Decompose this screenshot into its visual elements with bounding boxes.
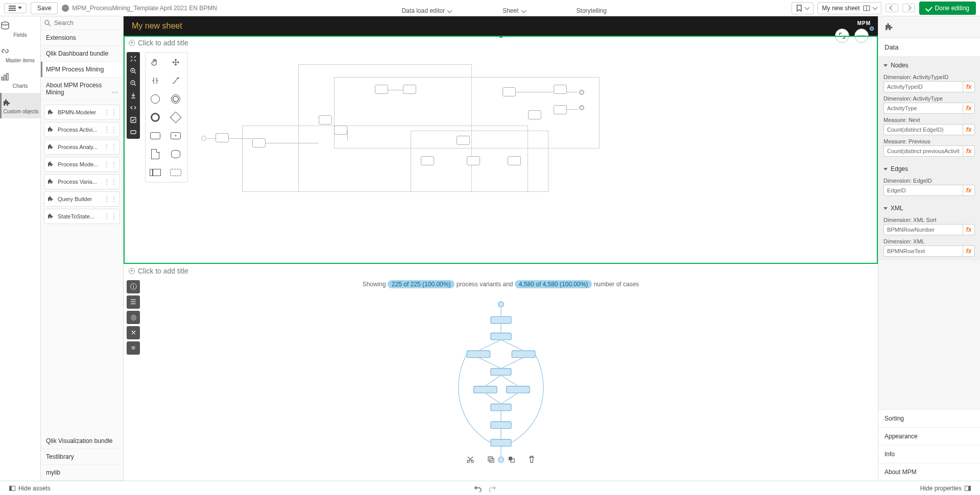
viz-process-analyzer[interactable]: + Click to add title ⓘ ☰ ◎ ⤧ ≡ Showing 2… [124,264,878,481]
palette-data-store[interactable] [168,146,183,162]
props-section-data[interactable]: Data [878,38,980,57]
ext-item-process-modeler[interactable]: Process Mode... ⋮⋮ [44,157,120,172]
fx-button[interactable]: fx [963,224,975,235]
section-qlik-dashboard[interactable]: Qlik Dashboard bundle [41,46,123,62]
ext-item-state-to-state[interactable]: StateToState... ⋮⋮ [44,209,120,224]
arrow-icon [171,76,180,85]
fx-button[interactable]: fx [963,185,975,196]
ext-item-process-variants[interactable]: Process Varia... ⋮⋮ [44,174,120,189]
ext-item-process-activities[interactable]: Process Activi... ⋮⋮ [44,122,120,137]
fx-button[interactable]: fx [963,81,975,92]
palette-data-object[interactable] [148,146,163,162]
sheet-title-bar[interactable]: My new sheet MPM ⋯ [124,16,878,36]
section-extensions[interactable]: Extensions [41,30,123,46]
palette-connect-tool[interactable] [168,73,183,88]
menu-icon[interactable]: ≡ [127,341,140,355]
rail-master-items[interactable]: Master items [0,42,40,67]
label-icon[interactable] [128,127,139,138]
check-icon[interactable] [128,114,139,126]
prop-input-xml[interactable] [883,245,963,257]
props-section-sorting[interactable]: Sorting [878,409,980,427]
prop-input-xml-sort[interactable] [883,224,963,235]
fit-icon[interactable] [128,53,139,64]
done-editing-button[interactable]: Done editing [919,2,976,15]
global-menu-button[interactable] [4,3,27,13]
target-icon[interactable]: ◎ [127,311,140,324]
palette-lasso-tool[interactable] [168,55,183,70]
asset-search-input[interactable] [54,19,131,27]
props-group-nodes-toggle[interactable]: Nodes [883,60,975,71]
fx-button[interactable]: fx [963,145,975,157]
prop-input-activity-type[interactable] [883,103,963,114]
prop-input-edgeid[interactable] [883,185,963,196]
grip-icon: ⋮⋮ [103,160,117,168]
viz-title-input[interactable]: + Click to add title [125,265,877,277]
zoom-in-icon[interactable] [128,65,139,77]
fx-button[interactable]: fx [963,124,975,135]
bookmarks-button[interactable] [792,2,814,14]
props-section-appearance[interactable]: Appearance [878,427,980,445]
hide-properties-button[interactable]: Hide properties [916,485,975,492]
viz-bpmn-modeler[interactable]: + Click to add title [124,36,878,264]
palette-space-tool[interactable] [148,73,163,88]
palette-pool[interactable] [148,165,163,180]
list-icon[interactable]: ☰ [127,295,140,309]
props-group-nodes-label: Nodes [891,62,909,69]
palette-gateway[interactable] [168,110,183,125]
props-section-info[interactable]: Info [878,445,980,463]
app-title: ⋯ MPM_ProcessMining_Template April 2021 … [62,5,217,12]
paste-button[interactable] [507,455,515,463]
palette-end-event[interactable] [148,110,163,125]
palette-group[interactable] [168,165,183,180]
bpmn-diagram[interactable] [201,54,867,258]
section-mylib[interactable]: mylib [41,465,123,481]
prop-input-activity-type-id[interactable] [883,81,963,92]
undo-button[interactable] [474,485,482,492]
code-icon[interactable] [128,102,139,113]
rail-charts[interactable]: Charts [0,67,40,93]
cut-button[interactable] [466,455,474,463]
viz-title-input[interactable]: + Click to add title [125,37,877,49]
ext-item-label: Process Mode... [58,161,100,167]
save-button[interactable]: Save [31,2,58,14]
section-testlibrary[interactable]: Testlibrary [41,449,123,465]
props-section-about-mpm[interactable]: About MPM [878,463,980,481]
hide-assets-button[interactable]: Hide assets [5,485,55,492]
sheet-selector-button[interactable]: My new sheet [818,2,881,14]
copy-button[interactable] [487,455,495,463]
section-qlik-viz-bundle[interactable]: Qlik Visualization bundle [41,433,123,449]
ext-item-query-builder[interactable]: Query Builder ⋮⋮ [44,191,120,207]
info-icon[interactable]: ⓘ [127,280,140,293]
svg-line-38 [500,393,517,404]
asset-search[interactable] [41,16,123,30]
palette-start-event[interactable] [148,91,163,107]
palette-intermediate-event[interactable] [168,91,183,107]
next-sheet-button[interactable] [902,4,915,12]
section-mpm-process-mining[interactable]: MPM Process Mining [41,62,123,78]
palette-hand-tool[interactable] [148,55,163,70]
props-group-xml-toggle[interactable]: XML [883,203,975,214]
rail-fields[interactable]: Fields [0,16,40,42]
space-icon [151,76,160,85]
section-about-mpm[interactable]: About MPM Process Mining ⋯ [41,78,123,101]
prev-sheet-button[interactable] [886,4,898,12]
palette-subprocess[interactable] [168,128,183,143]
process-graph[interactable] [388,298,614,475]
zoom-out-icon[interactable] [128,78,139,89]
download-icon[interactable] [128,90,139,101]
fx-button[interactable]: fx [963,245,975,257]
redo-button[interactable] [488,485,496,492]
fx-button[interactable]: fx [963,103,975,114]
palette-task[interactable] [148,128,163,143]
rail-custom-objects[interactable]: Custom objects [0,93,40,118]
props-group-nodes: Nodes Dimension: ActivityTypeID fx Dimen… [878,57,980,160]
grip-icon: ⋮⋮ [103,143,117,151]
ext-item-process-analyzer[interactable]: Process Analy... ⋮⋮ [44,139,120,155]
prop-input-measure-prev[interactable] [883,145,963,157]
props-group-edges-toggle[interactable]: Edges [883,163,975,175]
selection-handle[interactable] [499,36,503,38]
ext-item-bpmn-modeler[interactable]: BPMN-Modeler ⋮⋮ [44,105,120,120]
prop-input-measure-next[interactable] [883,124,963,135]
delete-button[interactable] [528,455,536,463]
branch-icon[interactable]: ⤧ [127,326,140,339]
